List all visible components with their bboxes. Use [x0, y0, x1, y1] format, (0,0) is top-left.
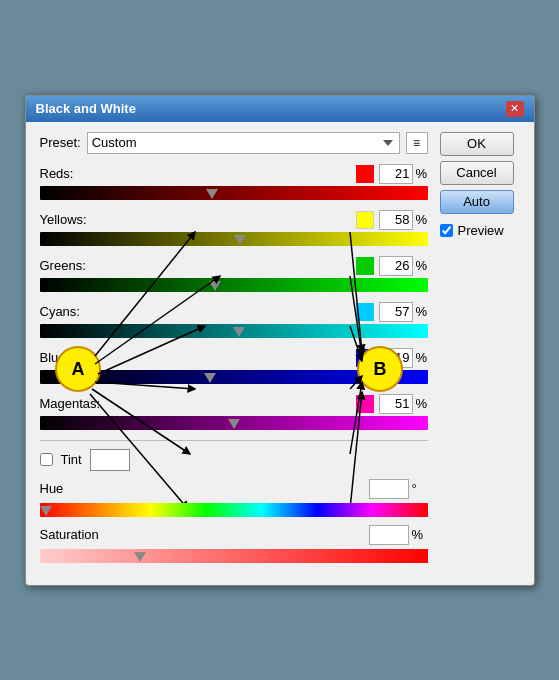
yellows-swatch — [356, 211, 374, 229]
blues-label: Blues: — [40, 350, 112, 365]
close-button[interactable]: ✕ — [506, 101, 524, 117]
magentas-track-container — [40, 416, 428, 430]
reds-slider[interactable] — [40, 186, 428, 200]
title-bar: Black and White ✕ — [26, 96, 534, 122]
cyans-slider[interactable] — [40, 324, 428, 338]
left-panel: Preset: Custom ≡ Reds: % — [40, 132, 428, 573]
reds-pct: % — [416, 166, 428, 181]
cyans-row: Cyans: % — [40, 302, 428, 322]
greens-swatch — [356, 257, 374, 275]
greens-slider[interactable] — [40, 278, 428, 292]
preview-checkbox[interactable] — [440, 224, 453, 237]
blues-input[interactable] — [379, 348, 413, 368]
preview-label: Preview — [458, 223, 504, 238]
preset-row: Preset: Custom ≡ — [40, 132, 428, 154]
sliders-panel: Reds: % Yellows: — [40, 164, 428, 430]
saturation-input[interactable] — [369, 525, 409, 545]
magentas-slider[interactable] — [40, 416, 428, 430]
blues-swatch — [356, 349, 374, 367]
reds-input[interactable] — [379, 164, 413, 184]
preset-select[interactable]: Custom — [87, 132, 400, 154]
blues-row: Blues: % — [40, 348, 428, 368]
reds-swatch — [356, 165, 374, 183]
magentas-block: Magentas: % — [40, 394, 428, 430]
preset-menu-icon[interactable]: ≡ — [406, 132, 428, 154]
right-panel: OK Cancel Auto Preview — [440, 132, 520, 573]
saturation-slider[interactable] — [40, 549, 428, 563]
hue-track-container — [40, 503, 428, 517]
hue-row: Hue ° — [40, 479, 428, 499]
blues-slider[interactable] — [40, 370, 428, 384]
dialog-title: Black and White — [36, 101, 136, 116]
annotation-svg: A B — [40, 164, 428, 430]
saturation-label: Saturation — [40, 527, 112, 542]
black-and-white-dialog: Black and White ✕ Preset: Custom ≡ R — [25, 95, 535, 586]
greens-pct: % — [416, 258, 428, 273]
ok-button[interactable]: OK — [440, 132, 514, 156]
yellows-input[interactable] — [379, 210, 413, 230]
tint-row: Tint — [40, 449, 428, 471]
cyans-pct: % — [416, 304, 428, 319]
magentas-pct: % — [416, 396, 428, 411]
yellows-row: Yellows: % — [40, 210, 428, 230]
tint-label: Tint — [61, 452, 82, 467]
preview-row: Preview — [440, 223, 520, 238]
magentas-label: Magentas: — [40, 396, 112, 411]
greens-input[interactable] — [379, 256, 413, 276]
cyans-block: Cyans: % — [40, 302, 428, 338]
cancel-button[interactable]: Cancel — [440, 161, 514, 185]
magentas-input[interactable] — [379, 394, 413, 414]
saturation-row: Saturation % — [40, 525, 428, 545]
cyans-label: Cyans: — [40, 304, 112, 319]
preset-label: Preset: — [40, 135, 81, 150]
greens-label: Greens: — [40, 258, 112, 273]
reds-label: Reds: — [40, 166, 112, 181]
dialog-body: Preset: Custom ≡ Reds: % — [26, 122, 534, 585]
greens-block: Greens: % — [40, 256, 428, 292]
blues-track-container — [40, 370, 428, 384]
divider-1 — [40, 440, 428, 441]
hue-input[interactable] — [369, 479, 409, 499]
greens-row: Greens: % — [40, 256, 428, 276]
yellows-slider[interactable] — [40, 232, 428, 246]
magentas-swatch — [356, 395, 374, 413]
tint-swatch[interactable] — [90, 449, 130, 471]
yellows-block: Yellows: % — [40, 210, 428, 246]
yellows-pct: % — [416, 212, 428, 227]
hue-unit: ° — [412, 481, 428, 496]
tint-checkbox[interactable] — [40, 453, 53, 466]
cyans-input[interactable] — [379, 302, 413, 322]
hue-slider[interactable] — [40, 503, 428, 517]
reds-track-container — [40, 186, 428, 200]
auto-button[interactable]: Auto — [440, 190, 514, 214]
yellows-track-container — [40, 232, 428, 246]
reds-block: Reds: % — [40, 164, 428, 200]
magentas-row: Magentas: % — [40, 394, 428, 414]
saturation-unit: % — [412, 527, 428, 542]
cyans-swatch — [356, 303, 374, 321]
yellows-label: Yellows: — [40, 212, 112, 227]
saturation-track-container — [40, 549, 428, 563]
greens-track-container — [40, 278, 428, 292]
reds-row: Reds: % — [40, 164, 428, 184]
hue-label: Hue — [40, 481, 112, 496]
cyans-track-container — [40, 324, 428, 338]
blues-pct: % — [416, 350, 428, 365]
blues-block: Blues: % — [40, 348, 428, 384]
